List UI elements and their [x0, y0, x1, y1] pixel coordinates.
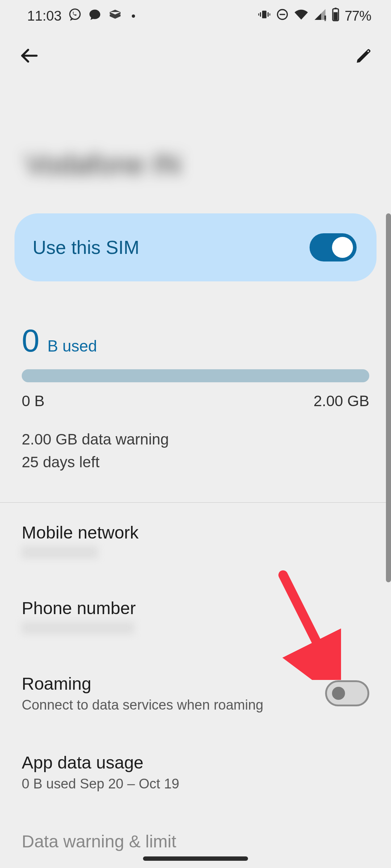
roaming-row[interactable]: Roaming Connect to data services when ro… — [0, 654, 391, 733]
dot-icon — [132, 14, 135, 18]
status-left: 11:03 — [27, 7, 135, 25]
status-time: 11:03 — [27, 8, 62, 24]
phone-number-row[interactable]: Phone number x — [0, 578, 391, 654]
arrow-left-icon — [19, 46, 39, 66]
svg-rect-12 — [335, 8, 337, 9]
svg-rect-3 — [268, 12, 269, 17]
app-data-usage-title: App data usage — [22, 753, 369, 773]
mobile-network-subtitle: x — [22, 546, 98, 558]
data-usage-block[interactable]: 0 B used 0 B 2.00 GB 2.00 GB data warnin… — [0, 303, 391, 488]
edit-button[interactable] — [351, 43, 377, 68]
svg-rect-4 — [258, 13, 259, 16]
svg-rect-2 — [260, 12, 261, 17]
box-icon — [108, 7, 122, 25]
data-used: 0 B used — [22, 325, 369, 357]
data-min-label: 0 B — [22, 392, 45, 410]
data-used-unit: B used — [47, 337, 97, 355]
scrollbar[interactable] — [386, 213, 391, 582]
status-bar: 11:03 77% — [0, 0, 391, 29]
use-sim-toggle[interactable] — [310, 233, 357, 261]
svg-point-9 — [324, 20, 326, 21]
svg-rect-5 — [269, 13, 270, 16]
status-right: 77% — [258, 8, 371, 25]
roaming-toggle[interactable] — [325, 680, 369, 706]
data-progress-bar — [22, 369, 369, 382]
toolbar — [0, 29, 391, 83]
svg-point-0 — [70, 9, 80, 19]
mobile-network-title: Mobile network — [22, 523, 369, 542]
app-data-usage-subtitle: 0 B used Sep 20 – Oct 19 — [22, 776, 369, 792]
data-max-label: 2.00 GB — [314, 392, 369, 410]
svg-rect-1 — [262, 11, 266, 18]
vibrate-icon — [258, 8, 271, 24]
back-button[interactable] — [16, 43, 42, 68]
page-title-area: Vodafone IN — [0, 83, 391, 195]
whatsapp-icon — [68, 8, 82, 25]
data-warning-limit-title: Data warning & limit — [22, 831, 369, 851]
dnd-icon — [276, 8, 289, 24]
battery-icon — [332, 8, 340, 25]
use-sim-row[interactable]: Use this SIM — [14, 213, 377, 281]
pencil-icon — [354, 46, 373, 65]
data-progress-labels: 0 B 2.00 GB — [22, 392, 369, 410]
svg-rect-8 — [324, 16, 326, 20]
data-warning-line2: 25 days left — [22, 451, 369, 473]
phone-number-subtitle: x — [22, 622, 134, 634]
data-used-value: 0 — [22, 325, 39, 357]
roaming-subtitle: Connect to data services when roaming — [22, 697, 318, 713]
chat-icon — [88, 8, 101, 24]
app-data-usage-row[interactable]: App data usage 0 B used Sep 20 – Oct 19 — [0, 733, 391, 812]
use-sim-label: Use this SIM — [33, 237, 139, 258]
nav-handle[interactable] — [143, 856, 248, 861]
mobile-network-row[interactable]: Mobile network x — [0, 503, 391, 578]
data-warning-line1: 2.00 GB data warning — [22, 428, 369, 451]
battery-percentage: 77% — [345, 8, 371, 24]
page-title: Vodafone IN — [25, 148, 181, 181]
signal-icon — [314, 8, 327, 24]
wifi-icon — [294, 8, 308, 24]
svg-rect-11 — [333, 12, 337, 20]
data-warning-text: 2.00 GB data warning 25 days left — [22, 428, 369, 473]
phone-number-title: Phone number — [22, 598, 369, 618]
roaming-title: Roaming — [22, 674, 318, 694]
